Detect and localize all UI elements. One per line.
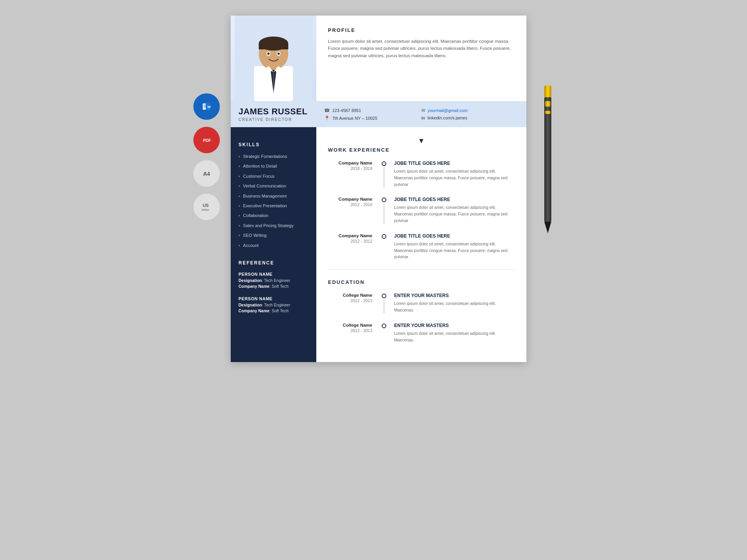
ref-2-designation-value: Tech Engineer xyxy=(264,303,290,307)
ref-1-designation: Designation: Tech Engineer xyxy=(238,278,309,283)
ref-1-company-label: Company Name xyxy=(238,284,269,289)
work-entry-3-right: JOBE TITLE GOES HERE Lorem ipsum dolor s… xyxy=(389,233,515,260)
linkedin-url: linkedin.com/s.james xyxy=(428,116,467,120)
svg-rect-5 xyxy=(203,106,207,107)
linkedin-item: in linkedin.com/s.james xyxy=(421,116,519,120)
svg-text:US: US xyxy=(203,203,209,208)
profile-text: Lorem ipsum dolor sit amet, consectetuer… xyxy=(328,38,515,59)
us-letter-icon[interactable]: US letter xyxy=(193,194,220,220)
work-entry-1-left: Company Name 2018 - 2019 xyxy=(328,161,379,187)
email-icon: ✉ xyxy=(421,108,425,113)
svg-point-24 xyxy=(277,52,280,55)
pen-body xyxy=(544,97,551,222)
timeline-dot xyxy=(382,234,386,239)
timeline-line xyxy=(384,203,384,224)
work-entry-3-desc: Lorem ipsum dolor sit amet, consectetuer… xyxy=(394,241,515,260)
work-entry-1-company: Company Name xyxy=(328,161,372,165)
profile-section: PROFILE Lorem ipsum dolor sit amet, cons… xyxy=(316,16,526,101)
phone-item: ☎ 123-4567 8951 xyxy=(324,108,421,113)
work-entry-2-title: JOBE TITLE GOES HERE xyxy=(394,197,515,202)
job-title: CREATIVE DIRECTOR xyxy=(238,117,309,122)
ref-2-designation-label: Designation xyxy=(238,303,262,307)
ref-2-company-label: Company Name xyxy=(238,308,269,313)
a4-size-icon[interactable]: A4 xyxy=(193,160,220,187)
email-link[interactable]: yourmail@gmail.com xyxy=(428,108,468,113)
pen-decoration xyxy=(542,86,554,233)
ref-2-company-value: Soft Tech xyxy=(272,308,289,313)
skill-item: SEO Writing xyxy=(238,233,309,238)
education-timeline: College Name 2012 - 2013 ENTER YOUR MAST… xyxy=(328,293,515,343)
ref-1-company-value: Soft Tech xyxy=(272,284,289,289)
work-entry-3-left: Company Name 2012 - 2012 xyxy=(328,233,379,260)
edu-entry-1-college: College Name xyxy=(328,293,372,298)
work-entry-1-center xyxy=(379,161,389,187)
reference-2: PERSON NAME Designation: Tech Engineer C… xyxy=(238,296,309,313)
reference-heading: REFERENCE xyxy=(238,260,309,266)
reference-1: PERSON NAME Designation: Tech Engineer C… xyxy=(238,272,309,289)
word-icon[interactable]: W xyxy=(193,93,220,120)
timeline-line xyxy=(384,240,384,260)
edu-entry-2-right: ENTER YOUR MASTERS Lorem ipsum dolor sit… xyxy=(389,323,515,343)
resume-document: PROFILE Lorem ipsum dolor sit amet, cons… xyxy=(231,16,526,362)
svg-point-23 xyxy=(267,52,270,55)
work-experience-heading: WORK EXPERIENCE xyxy=(328,147,515,153)
svg-text:letter: letter xyxy=(202,208,209,212)
edu-entry-1-degree: ENTER YOUR MASTERS xyxy=(394,293,515,298)
skill-item: Executive Presentation xyxy=(238,203,309,209)
work-entry-3-center xyxy=(379,233,389,260)
skills-list: Strategic Fomentations Attention to Deta… xyxy=(238,154,309,248)
work-entry-2-left: Company Name 2012 - 2016 xyxy=(328,197,379,224)
timeline-dot xyxy=(382,198,386,202)
skill-item: Verbal Communication xyxy=(238,183,309,189)
svg-rect-20 xyxy=(259,44,288,49)
svg-rect-6 xyxy=(203,107,206,108)
full-name: JAMES RUSSEL xyxy=(238,107,309,117)
contact-col-left: ☎ 123-4567 8951 📍 7th Avenue NY – 10025 xyxy=(324,108,421,121)
work-entry-1-title: JOBE TITLE GOES HERE xyxy=(394,161,515,166)
contact-col-right: ✉ yourmail@gmail.com in linkedin.com/s.j… xyxy=(421,108,519,121)
timeline-dot xyxy=(382,324,386,328)
skill-item: Business Management xyxy=(238,193,309,199)
timeline-dot xyxy=(382,294,386,298)
skill-item: Strategic Fomentations xyxy=(238,154,309,159)
skill-item: Attention to Detail xyxy=(238,163,309,169)
work-entry-2-right: JOBE TITLE GOES HERE Lorem ipsum dolor s… xyxy=(389,197,515,224)
timeline-dot xyxy=(382,161,386,166)
profile-heading: PROFILE xyxy=(328,27,515,33)
work-entry-3: Company Name 2012 - 2012 JOBE TITLE GOES… xyxy=(328,233,515,260)
edu-entry-1: College Name 2012 - 2013 ENTER YOUR MAST… xyxy=(328,293,515,313)
sidebar: SKILLS Strategic Fomentations Attention … xyxy=(231,127,316,362)
skill-item: Sales and Pricing Strategy xyxy=(238,223,309,229)
svg-rect-4 xyxy=(203,105,207,105)
svg-text:W: W xyxy=(207,105,211,109)
edu-entry-2-degree: ENTER YOUR MASTERS xyxy=(394,323,515,328)
ref-1-name: PERSON NAME xyxy=(238,272,309,276)
ref-2-designation: Designation: Tech Engineer xyxy=(238,303,309,307)
edu-entry-2-dates: 2012 - 2013 xyxy=(328,328,372,333)
pdf-icon[interactable]: PDF xyxy=(193,127,220,153)
phone-icon: ☎ xyxy=(324,108,330,113)
work-entry-3-title: JOBE TITLE GOES HERE xyxy=(394,233,515,239)
work-entry-2: Company Name 2012 - 2016 JOBE TITLE GOES… xyxy=(328,197,515,224)
address-text: 7th Avenue NY – 10025 xyxy=(332,116,377,121)
linkedin-icon: in xyxy=(421,116,425,120)
pen-tip xyxy=(544,222,551,233)
location-icon: 📍 xyxy=(324,116,330,121)
svg-text:A4: A4 xyxy=(203,171,210,177)
work-entry-1-dates: 2018 - 2019 xyxy=(328,166,372,171)
work-entry-2-center xyxy=(379,197,389,224)
phone-number: 123-4567 8951 xyxy=(332,108,361,113)
edu-entry-2-college: College Name xyxy=(328,323,372,327)
edu-entry-2-center xyxy=(379,323,389,343)
ref-1-designation-label: Designation xyxy=(238,278,262,283)
ref-1-designation-value: Tech Engineer xyxy=(264,278,290,283)
ref-2-name: PERSON NAME xyxy=(238,296,309,301)
skill-item: Collaboration xyxy=(238,213,309,219)
work-entry-1-desc: Lorem ipsum dolor sit amet, consectetuer… xyxy=(394,168,515,187)
map-pin-icon: ▼ xyxy=(328,137,515,145)
timeline-line xyxy=(384,329,384,343)
edu-entry-2-desc: Lorem ipsum dolor sit amet, consectetuer… xyxy=(394,330,515,343)
work-entry-1: Company Name 2018 - 2019 JOBE TITLE GOES… xyxy=(328,161,515,187)
ref-2-company: Company Name: Soft Tech xyxy=(238,308,309,313)
edu-entry-1-desc: Lorem ipsum dolor sit amet, consectetuer… xyxy=(394,300,515,313)
